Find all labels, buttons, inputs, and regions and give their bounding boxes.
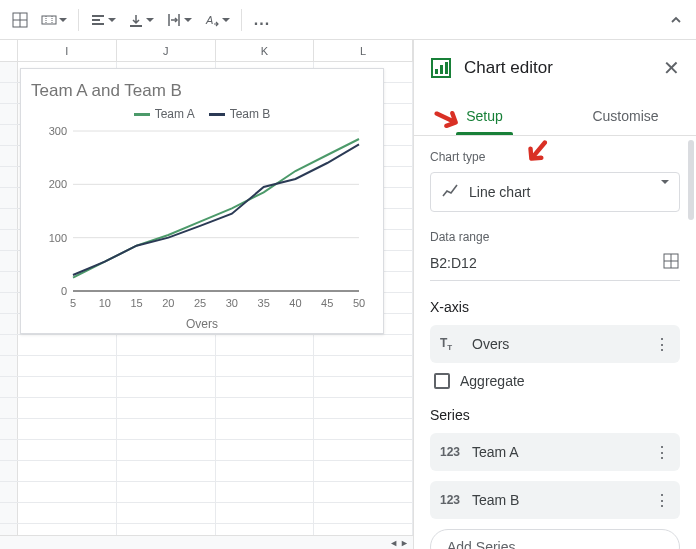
data-range-label: Data range	[430, 230, 680, 244]
series-a-label: Team A	[472, 444, 519, 460]
x-axis-heading: X-axis	[430, 299, 680, 315]
x-axis-field-chip[interactable]: TT Overs ⋮	[430, 325, 680, 363]
svg-rect-3	[42, 16, 56, 24]
svg-text:0: 0	[61, 285, 67, 297]
chart-legend: Team A Team B	[31, 107, 373, 121]
aggregate-label: Aggregate	[460, 373, 525, 389]
add-series-button[interactable]: Add Series	[430, 529, 680, 549]
chart-title: Team A and Team B	[31, 81, 373, 101]
text-field-icon: TT	[440, 336, 462, 352]
chart-type-value: Line chart	[469, 184, 530, 200]
sidebar-title: Chart editor	[464, 58, 663, 78]
svg-text:100: 100	[49, 232, 67, 244]
svg-text:45: 45	[321, 297, 333, 309]
more-vert-icon[interactable]: ⋮	[654, 443, 670, 462]
series-chip-team-b[interactable]: 123 Team B ⋮	[430, 481, 680, 519]
more-tools-button[interactable]: ...	[248, 6, 276, 34]
more-vert-icon[interactable]: ⋮	[654, 491, 670, 510]
col-header[interactable]: L	[314, 40, 413, 61]
number-field-icon: 123	[440, 445, 462, 459]
more-vert-icon[interactable]: ⋮	[654, 335, 670, 354]
legend-label: Team A	[155, 107, 195, 121]
add-series-label: Add Series	[447, 539, 515, 549]
merge-cells-button[interactable]	[36, 6, 72, 34]
x-axis-label: Overs	[31, 317, 373, 331]
svg-text:15: 15	[130, 297, 142, 309]
chart-editor-icon	[430, 57, 452, 79]
chart-type-label: Chart type	[430, 150, 680, 164]
svg-text:A: A	[205, 14, 213, 26]
ellipsis-icon: ...	[254, 11, 270, 29]
sidebar-body: ➜ Chart type Line chart Data range B2:D1…	[414, 136, 696, 549]
svg-text:5: 5	[70, 297, 76, 309]
legend-label: Team B	[230, 107, 271, 121]
col-header-corner[interactable]	[0, 40, 18, 61]
series-heading: Series	[430, 407, 680, 423]
checkbox-icon[interactable]	[434, 373, 450, 389]
text-rotate-button[interactable]: A	[199, 6, 235, 34]
close-icon[interactable]: ✕	[663, 56, 680, 80]
toolbar: A ...	[0, 0, 696, 40]
svg-rect-34	[440, 65, 443, 74]
svg-text:25: 25	[194, 297, 206, 309]
horizontal-scrollbar[interactable]: ◄►	[0, 535, 413, 549]
horizontal-align-button[interactable]	[85, 6, 121, 34]
series-chip-team-a[interactable]: 123 Team A ⋮	[430, 433, 680, 471]
col-header[interactable]: J	[117, 40, 216, 61]
number-field-icon: 123	[440, 493, 462, 507]
svg-text:30: 30	[226, 297, 238, 309]
svg-text:40: 40	[289, 297, 301, 309]
chart-type-select[interactable]: Line chart	[430, 172, 680, 212]
spreadsheet-area[interactable]: I J K L Team A and Team B Team A Team B …	[0, 40, 414, 549]
aggregate-checkbox-row[interactable]: Aggregate	[434, 373, 680, 389]
collapse-toolbar-button[interactable]	[662, 6, 690, 34]
chart-plot: 01002003005101520253035404550	[39, 125, 369, 315]
chevron-down-icon	[659, 184, 669, 200]
text-wrap-button[interactable]	[161, 6, 197, 34]
column-headers: I J K L	[0, 40, 413, 62]
line-chart-icon	[441, 182, 459, 203]
sidebar-tabs: Setup Customise	[414, 96, 696, 136]
embedded-chart[interactable]: Team A and Team B Team A Team B 01002003…	[20, 68, 384, 334]
svg-text:300: 300	[49, 125, 67, 137]
svg-text:50: 50	[353, 297, 365, 309]
data-range-input[interactable]: B2:D12	[430, 255, 662, 271]
select-range-icon[interactable]	[662, 252, 680, 274]
col-header[interactable]: K	[216, 40, 315, 61]
svg-rect-33	[435, 69, 438, 74]
series-b-label: Team B	[472, 492, 519, 508]
col-header[interactable]: I	[18, 40, 117, 61]
tab-setup[interactable]: Setup	[414, 96, 555, 135]
x-axis-field-label: Overs	[472, 336, 509, 352]
svg-text:200: 200	[49, 178, 67, 190]
vertical-align-button[interactable]	[123, 6, 159, 34]
sidebar-scrollbar[interactable]	[688, 140, 694, 220]
chart-editor-sidebar: Chart editor ✕ Setup Customise ➜ ➜ Chart…	[414, 40, 696, 549]
tab-customise[interactable]: Customise	[555, 96, 696, 135]
borders-icon[interactable]	[6, 6, 34, 34]
svg-text:20: 20	[162, 297, 174, 309]
svg-text:35: 35	[258, 297, 270, 309]
svg-rect-35	[445, 62, 448, 74]
svg-text:10: 10	[99, 297, 111, 309]
